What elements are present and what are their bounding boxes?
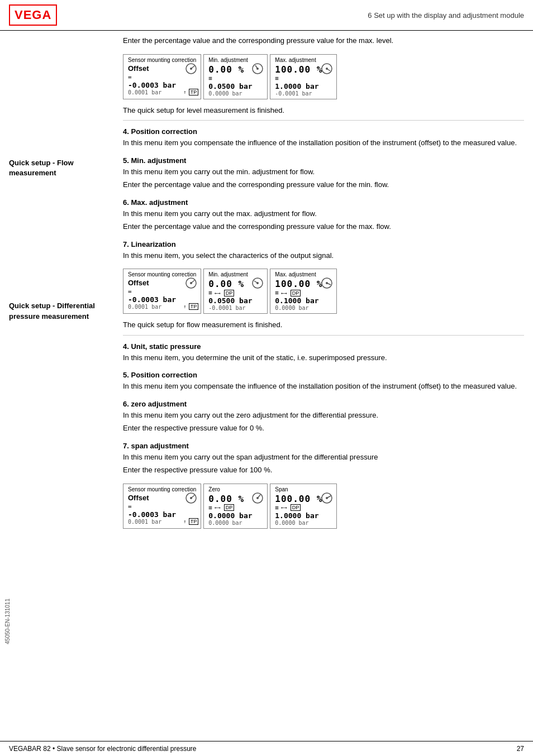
level-panel-min-sub: 0.0000 bar: [208, 90, 263, 97]
flow-text-6a: In this menu item you carry out the max.…: [123, 208, 524, 219]
diff-span-sub: 0.0000 bar: [275, 520, 332, 526]
flow-heading-4: 4. Position correction: [123, 127, 524, 136]
level-panels-row: Sensor mounting correction Offset = -0.0…: [123, 54, 524, 99]
sidebar-diff-section: Quick setup - Differential pressure meas…: [9, 301, 115, 321]
diff-text-6a: In this menu item you carry out the zero…: [123, 410, 524, 421]
level-panel-offset: Sensor mounting correction Offset = -0.0…: [123, 54, 201, 99]
svg-point-2: [190, 68, 192, 70]
flow-panel-min: Min. adjustment 0.00 % ≡ ←→ DP 0.0500 ba…: [203, 269, 268, 314]
flow-text-7: In this menu item, you select the charac…: [123, 250, 524, 261]
diff-span-value-bar: 1.0000 bar: [275, 511, 332, 520]
diff-section-6: 6. zero adjustment In this menu item you…: [123, 400, 524, 434]
diff-text-7b: Enter the respective pressure value for …: [123, 465, 524, 476]
flow-finished-text: The quick setup for flow measurement is …: [123, 319, 524, 331]
level-panel-min: Min. adjustment 0.00 % ≡ 0.0500 bar 0.00…: [203, 54, 268, 99]
sidebar-flow-section: Quick setup - Flow measurement: [9, 158, 115, 178]
flow-max-value-bar: 0.1000 bar: [275, 296, 332, 305]
flow-heading-6: 6. Max. adjustment: [123, 198, 524, 207]
right-content: Enter the percentage value and the corre…: [121, 35, 524, 557]
flow-min-value-bar: 0.0500 bar: [208, 296, 263, 305]
level-panel-max-sub: -0.0001 bar: [275, 90, 332, 97]
page-footer: VEGABAR 82 • Slave sensor for electronic…: [0, 741, 533, 756]
sidebar-diff-label: Quick setup - Differential pressure meas…: [9, 301, 115, 321]
flow-panel-offset: Sensor mounting correction Offset = -0.0…: [123, 269, 201, 314]
diff-span-dp-badge: DP: [291, 504, 301, 511]
page-header: VEGA 6 Set up with the display and adjus…: [0, 0, 533, 31]
flow-panel-max: Max. adjustment 100.00 % ≡ ←→ DP 0.1000 …: [270, 269, 337, 314]
diff-zero-sub: 0.0000 bar: [208, 520, 263, 526]
min-dial-icon: [251, 63, 264, 76]
level-panel-min-value-bar: 0.0500 bar: [208, 82, 263, 90]
divider-2: [123, 335, 524, 336]
diff-panels-row: Sensor mounting correction Offset = -0.0…: [123, 484, 524, 529]
diff-text-7a: In this menu item you carry out the span…: [123, 452, 524, 463]
chapter-title: 6 Set up with the display and adjustment…: [98, 11, 524, 20]
svg-point-8: [326, 68, 328, 70]
level-panel-offset-value: -0.0003 bar: [128, 81, 196, 89]
main-content: Quick setup - Flow measurement Quick set…: [0, 35, 533, 557]
diff-tp-badge: TP: [189, 518, 199, 525]
flow-offset-dial-icon: [185, 277, 197, 291]
diff-panel-offset: Sensor mounting correction Offset = -0.0…: [123, 484, 201, 529]
footer-left-text: VEGABAR 82 • Slave sensor for electronic…: [9, 745, 517, 753]
flow-section-6: 6. Max. adjustment In this menu item you…: [123, 198, 524, 232]
svg-point-20: [190, 497, 192, 499]
tp-badge: TP: [189, 89, 199, 95]
vega-logo: VEGA: [9, 4, 57, 26]
flow-text-5a: In this menu item you carry out the min.…: [123, 166, 524, 178]
diff-offset-dial-icon: [185, 492, 197, 506]
svg-point-14: [256, 282, 259, 284]
footer-page-number: 27: [517, 745, 524, 753]
flow-text-6b: Enter the percentage value and the corre…: [123, 221, 524, 232]
svg-point-17: [326, 282, 328, 284]
flow-max-sub: 0.0000 bar: [275, 305, 332, 311]
svg-point-26: [326, 497, 328, 499]
diff-text-4: In this menu item, you determine the uni…: [123, 352, 524, 363]
max-dial-icon: [321, 63, 333, 76]
diff-heading-7: 7. span adjustment: [123, 442, 524, 450]
flow-max-dial-icon: [321, 277, 333, 291]
divider-1: [123, 120, 524, 121]
level-panel-max-value-bar: 1.0000 bar: [275, 82, 332, 90]
diff-panel-zero: Zero 0.00 % ≡ ←→ DP 0.0000 bar 0.0000 ba…: [203, 484, 268, 529]
diff-zero-value-bar: 0.0000 bar: [208, 511, 263, 520]
level-finished-text: The quick setup for level measurement is…: [123, 105, 524, 116]
diff-section-5: 5. Position correction In this menu item…: [123, 371, 524, 392]
flow-heading-7: 7. Linearization: [123, 240, 524, 248]
offset-dial-icon: [185, 63, 197, 76]
flow-text-4: In this menu item you compensate the inf…: [123, 137, 524, 149]
flow-min-sub: -0.0001 bar: [208, 305, 263, 311]
flow-min-dp-badge: DP: [224, 290, 235, 296]
sidebar-flow-label: Quick setup - Flow measurement: [9, 158, 115, 178]
intro-text: Enter the percentage value and the corre…: [123, 35, 524, 46]
flow-tp-badge: TP: [189, 303, 199, 310]
diff-heading-5: 5. Position correction: [123, 371, 524, 379]
diff-zero-dp-badge: DP: [224, 504, 235, 511]
diff-section-7: 7. span adjustment In this menu item you…: [123, 442, 524, 476]
diff-offset-value: -0.0003 bar: [128, 510, 196, 519]
flow-offset-tp-area: ↑ TP: [183, 303, 198, 310]
diff-text-5: In this menu item you compensate the inf…: [123, 381, 524, 392]
flow-offset-value: -0.0003 bar: [128, 295, 196, 304]
diff-text-6b: Enter the respective pressure value for …: [123, 423, 524, 434]
flow-panels-row: Sensor mounting correction Offset = -0.0…: [123, 269, 524, 314]
diff-heading-4: 4. Unit, static pressure: [123, 342, 524, 351]
logo-area: VEGA: [9, 4, 98, 26]
left-sidebar: Quick setup - Flow measurement Quick set…: [9, 35, 121, 557]
flow-max-dp-badge: DP: [291, 290, 301, 296]
flow-section-5: 5. Min. adjustment In this menu item you…: [123, 156, 524, 190]
diff-offset-tp-area: ↑ TP: [183, 518, 198, 525]
diff-zero-dial-icon: [251, 492, 264, 506]
flow-section-7: 7. Linearization In this menu item, you …: [123, 240, 524, 261]
svg-point-23: [256, 497, 259, 499]
flow-min-dial-icon: [251, 277, 264, 291]
vertical-doc-label: 45050-EN-131011: [4, 599, 11, 644]
diff-span-dial-icon: [321, 492, 333, 506]
diff-panel-span: Span 100.00 % ≡ ←→ DP 1.0000 bar 0.0000 …: [270, 484, 337, 529]
level-panel-max: Max. adjustment 100.00 % ≡ 1.0000 bar -0…: [270, 54, 337, 99]
svg-point-5: [256, 68, 259, 70]
flow-section-4: 4. Position correction In this menu item…: [123, 127, 524, 149]
diff-section-4: 4. Unit, static pressure In this menu it…: [123, 342, 524, 363]
offset-tp-area: ↑ TP: [183, 89, 198, 95]
flow-text-5b: Enter the percentage value and the corre…: [123, 179, 524, 190]
